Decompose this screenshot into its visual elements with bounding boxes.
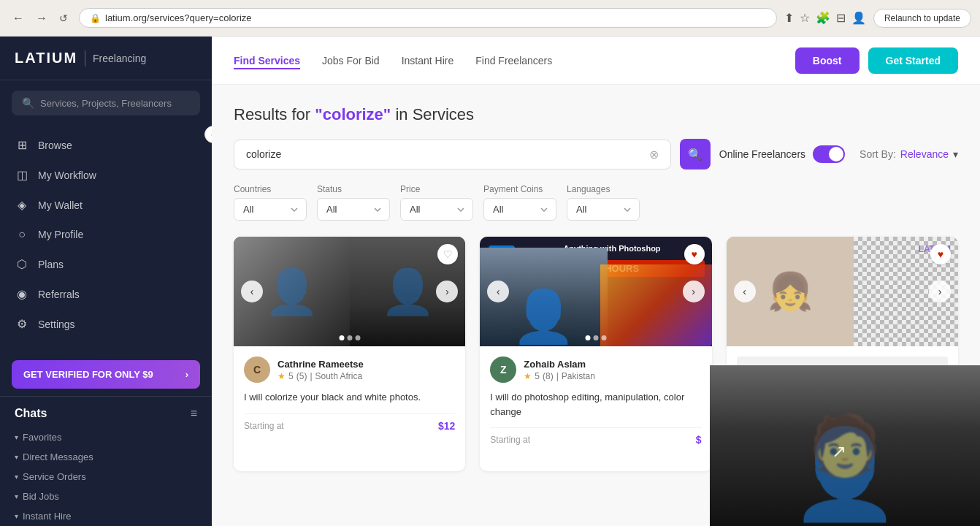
card-dots — [585, 335, 606, 340]
separator: | — [556, 371, 559, 381]
sidebar-item-settings[interactable]: ⚙ Settings — [0, 309, 212, 339]
filter-select-languages[interactable]: All — [567, 198, 640, 221]
sort-chevron-icon[interactable]: ▾ — [953, 148, 958, 160]
card-next-button[interactable]: › — [929, 281, 951, 302]
get-started-button[interactable]: Get Started — [868, 47, 958, 74]
sidebar-item-referrals[interactable]: ◉ Referrals — [0, 279, 212, 309]
extensions-icon[interactable]: 🧩 — [816, 11, 830, 25]
filter-label-status: Status — [317, 184, 390, 194]
profile-nav-icon: ○ — [15, 228, 29, 241]
card-body-1: C Cathrine Rameetse ★ 5 (5) | South Afri… — [234, 346, 465, 442]
chat-group-favorites[interactable]: ▾ Favorites — [0, 427, 212, 447]
card-prev-button[interactable]: ‹ — [241, 281, 263, 302]
review-count: (8) — [543, 371, 554, 381]
service-card-2[interactable]: Ps Anything with Photoshop IN 2 HOURS 👤 … — [480, 237, 711, 471]
sidebar-header: LATIUM Freelancing — [0, 37, 212, 80]
sidebar-item-label: My Wallet — [38, 199, 83, 211]
price-value-2: $ — [696, 434, 702, 446]
boost-button[interactable]: Boost — [795, 47, 860, 74]
card-next-button[interactable]: › — [683, 281, 705, 302]
sort-label: Sort By: — [860, 148, 896, 160]
search-button[interactable]: 🔍 — [680, 139, 711, 169]
author-name-2: Zohaib Aslam — [524, 359, 701, 370]
filter-label-price: Price — [400, 184, 473, 194]
filter-label-languages: Languages — [567, 184, 640, 194]
author-avatar-1: C — [244, 357, 270, 383]
card-body-2: Z Zohaib Aslam ★ 5 (8) | Pakistan — [480, 346, 711, 456]
toggle-switch[interactable] — [813, 145, 845, 163]
cursor-overlay: ↗ — [832, 441, 846, 462]
chat-group-bid-jobs[interactable]: ▾ Bid Jobs — [0, 487, 212, 506]
sort-value[interactable]: Relevance — [900, 148, 949, 160]
top-nav: Find Services Jobs For Bid Instant Hire … — [212, 37, 980, 85]
share-icon[interactable]: ⬆ — [784, 11, 794, 25]
nav-link-jobs-for-bid[interactable]: Jobs For Bid — [322, 52, 380, 69]
clear-search-icon[interactable]: ⊗ — [649, 148, 659, 161]
card-author-1: C Cathrine Rameetse ★ 5 (5) | South Afri… — [244, 357, 455, 383]
star-icon: ★ — [524, 371, 532, 381]
sidebar-item-my-profile[interactable]: ○ My Profile — [0, 220, 212, 249]
card-image-1: 👤 👤 ‹ › ♡ — [234, 237, 465, 346]
verify-label: GET VERIFIED FOR ONLY $9 — [23, 369, 153, 380]
sidebar-item-label: Plans — [38, 259, 64, 270]
forward-button[interactable]: → — [32, 10, 51, 26]
sidebar-search[interactable]: 🔍 Services, Projects, Freelancers — [12, 91, 200, 115]
review-count: (5) — [296, 371, 307, 381]
workflow-icon: ◫ — [15, 168, 29, 182]
filter-select-payment-coins[interactable]: All — [483, 198, 556, 221]
webcam-person: 👤 🧑 ↗ — [710, 365, 980, 526]
settings-icon: ⚙ — [15, 317, 29, 331]
price-label-2: Starting at — [490, 435, 530, 445]
search-input[interactable] — [246, 148, 649, 160]
filter-languages: Languages All — [567, 184, 640, 221]
filter-select-countries[interactable]: All — [234, 198, 307, 221]
relaunch-button[interactable]: Relaunch to update — [873, 9, 971, 28]
refresh-button[interactable]: ↺ — [55, 11, 72, 26]
wallet-icon: ◈ — [15, 198, 29, 212]
verify-button[interactable]: GET VERIFIED FOR ONLY $9 › — [12, 360, 200, 389]
back-button[interactable]: ← — [9, 10, 28, 26]
author-name-1: Cathrine Rameetse — [277, 359, 455, 370]
chat-group-instant-hire[interactable]: ▾ Instant Hire — [0, 506, 212, 526]
chats-menu-icon[interactable]: ≡ — [191, 407, 197, 420]
card-prev-button[interactable]: ‹ — [734, 281, 756, 302]
nav-link-find-freelancers[interactable]: Find Freelancers — [475, 52, 552, 69]
logo: LATIUM — [15, 50, 77, 66]
browser-nav-buttons: ← → ↺ — [9, 10, 72, 26]
filter-select-price[interactable]: All — [400, 198, 473, 221]
sidebar-item-my-workflow[interactable]: ◫ My Workflow — [0, 160, 212, 190]
sidebar-item-browse[interactable]: ⊞ Browse — [0, 130, 212, 160]
menu-icon[interactable]: ⊟ — [836, 11, 846, 25]
online-freelancers-toggle: Online Freelancers — [719, 145, 845, 163]
online-freelancers-label: Online Freelancers — [719, 148, 805, 160]
filter-label-payment-coins: Payment Coins — [483, 184, 556, 194]
star-icon[interactable]: ☆ — [800, 11, 810, 25]
author-info-2: Zohaib Aslam ★ 5 (8) | Pakistan — [524, 359, 701, 381]
sidebar-item-label: My Workflow — [38, 169, 96, 181]
card-description-2: I will do photoshop editing, manipulatio… — [490, 390, 701, 419]
separator: | — [310, 371, 312, 381]
card-image-3: 👧 LATIUM ‹ › ♥ — [727, 237, 958, 346]
filter-status: Status All — [317, 184, 390, 221]
chat-group-label: Service Orders — [23, 471, 86, 482]
top-nav-links: Find Services Jobs For Bid Instant Hire … — [234, 52, 552, 69]
address-bar[interactable]: 🔒 latium.org/services?query=colorize — [79, 8, 777, 28]
profile-icon[interactable]: 👤 — [851, 11, 866, 25]
card-heart-button[interactable]: ♥ — [684, 244, 705, 264]
sidebar-item-plans[interactable]: ⬡ Plans — [0, 249, 212, 279]
browse-icon: ⊞ — [15, 138, 29, 152]
nav-link-find-services[interactable]: Find Services — [234, 52, 300, 69]
chat-group-direct-messages[interactable]: ▾ Direct Messages — [0, 447, 212, 467]
filter-select-status[interactable]: All — [317, 198, 390, 221]
nav-link-instant-hire[interactable]: Instant Hire — [402, 52, 454, 69]
sidebar-item-my-wallet[interactable]: ◈ My Wallet — [0, 190, 212, 220]
card-heart-button[interactable]: ♥ — [930, 244, 951, 264]
author-meta-2: ★ 5 (8) | Pakistan — [524, 371, 701, 381]
card-footer-1: Starting at $12 — [244, 413, 455, 432]
card-dots — [339, 335, 360, 340]
card-dot — [339, 335, 344, 340]
chat-group-service-orders[interactable]: ▾ Service Orders — [0, 467, 212, 487]
author-avatar-2: Z — [490, 357, 516, 383]
service-card-1[interactable]: 👤 👤 ‹ › ♡ — [234, 237, 465, 471]
rating: 5 — [535, 371, 540, 381]
